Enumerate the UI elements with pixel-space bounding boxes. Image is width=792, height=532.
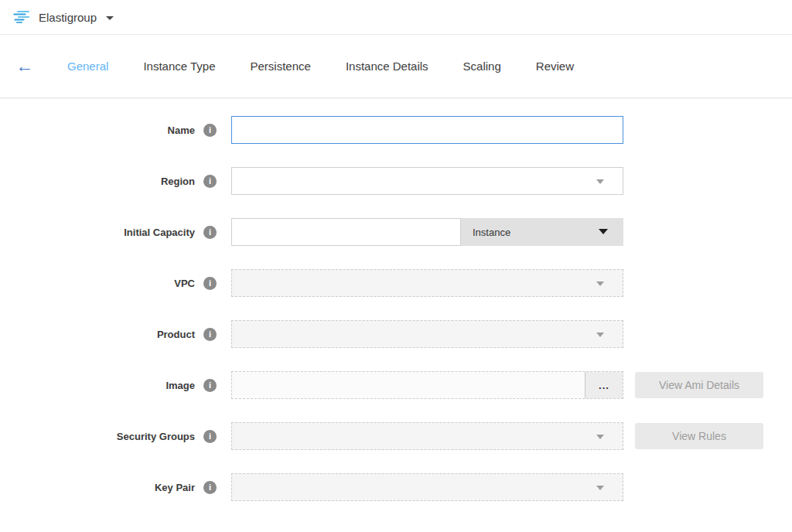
form-row-image: Image i ... View Ami Details [0, 371, 792, 399]
chevron-down-icon [596, 332, 604, 337]
info-icon[interactable]: i [203, 277, 217, 290]
vpc-select[interactable] [231, 269, 623, 297]
chevron-down-icon [596, 435, 604, 439]
initial-capacity-input[interactable] [231, 218, 461, 246]
form-row-initial-capacity: Initial Capacity i Instance [0, 218, 792, 246]
name-label: Name [0, 124, 195, 136]
app-name: Elastigroup [39, 11, 97, 24]
product-select[interactable] [231, 320, 623, 348]
elastigroup-logo-icon [11, 9, 31, 26]
capacity-unit-value: Instance [473, 227, 510, 238]
key-pair-select[interactable] [231, 473, 623, 501]
info-glyph: i [209, 227, 211, 237]
ellipsis-icon: ... [599, 380, 609, 391]
form-row-product: Product i [0, 320, 792, 348]
image-label: Image [0, 380, 195, 391]
region-select[interactable] [231, 167, 623, 195]
chevron-down-icon [596, 281, 604, 286]
tab-scaling[interactable]: Scaling [463, 60, 501, 73]
view-ami-details-button[interactable]: View Ami Details [635, 372, 763, 398]
region-label: Region [0, 176, 195, 187]
back-button[interactable]: ← [15, 57, 33, 75]
topbar: Elastigroup [0, 0, 792, 35]
chevron-down-icon [106, 16, 114, 20]
info-icon[interactable]: i [203, 430, 217, 443]
info-icon[interactable]: i [203, 175, 217, 188]
product-label: Product [0, 329, 195, 340]
chevron-down-icon [599, 229, 608, 234]
info-glyph: i [209, 278, 211, 288]
form-row-region: Region i [0, 167, 792, 195]
chevron-down-icon [596, 179, 604, 184]
info-icon[interactable]: i [203, 124, 217, 137]
view-rules-button[interactable]: View Rules [635, 423, 763, 449]
info-icon[interactable]: i [203, 481, 217, 494]
tab-review[interactable]: Review [536, 60, 574, 73]
capacity-unit-select[interactable]: Instance [461, 218, 623, 246]
form-row-name: Name i [0, 116, 792, 144]
tab-instance-type[interactable]: Instance Type [143, 60, 215, 73]
vpc-label: VPC [0, 278, 195, 289]
initial-capacity-label: Initial Capacity [0, 227, 195, 238]
wizard-tabs: General Instance Type Persistence Instan… [67, 60, 574, 73]
wizard-tabbar: ← General Instance Type Persistence Inst… [0, 35, 792, 98]
info-glyph: i [209, 380, 211, 390]
info-glyph: i [209, 176, 211, 186]
form-row-vpc: VPC i [0, 269, 792, 297]
info-icon[interactable]: i [203, 226, 217, 239]
chevron-down-icon [596, 486, 604, 490]
info-icon[interactable]: i [203, 328, 217, 341]
key-pair-label: Key Pair [0, 482, 195, 493]
name-input[interactable] [231, 116, 623, 144]
info-glyph: i [209, 125, 211, 135]
app-switcher[interactable]: Elastigroup [11, 9, 114, 26]
image-input[interactable]: ... [231, 371, 623, 399]
tab-general[interactable]: General [67, 60, 108, 73]
info-glyph: i [209, 483, 211, 492]
security-groups-select[interactable] [231, 422, 623, 450]
info-icon[interactable]: i [203, 379, 217, 392]
tab-instance-details[interactable]: Instance Details [346, 60, 428, 73]
tab-persistence[interactable]: Persistence [251, 60, 311, 73]
form-row-key-pair: Key Pair i [0, 473, 792, 501]
info-glyph: i [209, 329, 211, 339]
general-form: Name i Region i Initial Capacity i Insta… [0, 98, 792, 501]
info-glyph: i [209, 431, 211, 441]
browse-image-button[interactable]: ... [585, 372, 623, 398]
image-value [232, 372, 585, 398]
security-groups-label: Security Groups [0, 431, 195, 442]
form-row-security-groups: Security Groups i View Rules [0, 422, 792, 450]
